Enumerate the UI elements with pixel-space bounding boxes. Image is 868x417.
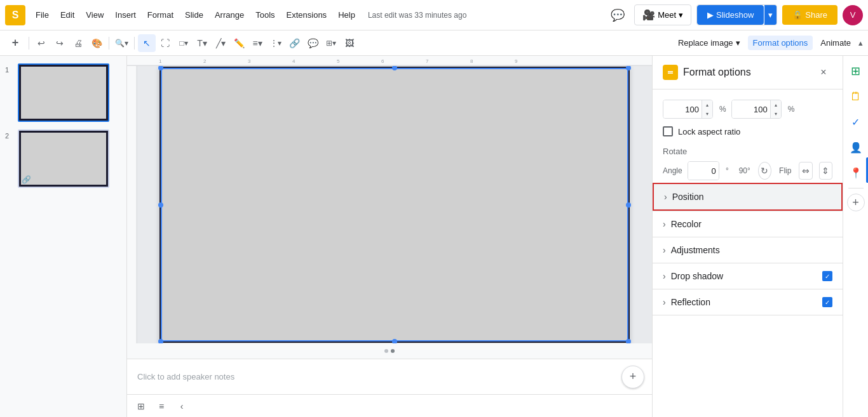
lock-aspect-checkbox[interactable] bbox=[663, 126, 673, 136]
menu-slide[interactable]: Slide bbox=[180, 8, 208, 22]
menu-extensions[interactable]: Extensions bbox=[281, 8, 332, 22]
link-tool[interactable]: 🔗 bbox=[285, 34, 303, 52]
meet-label: Meet bbox=[658, 10, 676, 20]
user-avatar[interactable]: V bbox=[843, 5, 863, 25]
handle-mid-right[interactable] bbox=[626, 202, 631, 208]
shape-tool[interactable]: □▾ bbox=[175, 34, 193, 52]
menu-format[interactable]: Format bbox=[142, 8, 179, 22]
format-options-button[interactable]: Format options bbox=[748, 36, 813, 50]
drop-shadow-checkbox[interactable]: ✓ bbox=[822, 271, 832, 281]
pen-tool[interactable]: ✏️ bbox=[230, 34, 248, 52]
recolor-section: › Recolor bbox=[653, 211, 843, 237]
line-tool[interactable]: ╱▾ bbox=[212, 34, 229, 52]
share-button[interactable]: 🔒 Share bbox=[782, 5, 837, 25]
canvas-wrapper[interactable] bbox=[137, 66, 652, 343]
sidebar-maps-icon[interactable]: 📍 bbox=[846, 162, 866, 183]
comment-icon-btn[interactable]: 💬 bbox=[606, 4, 629, 27]
height-spin-down[interactable]: ▾ bbox=[771, 109, 781, 118]
slide-canvas[interactable] bbox=[159, 67, 630, 343]
width-spin-up[interactable]: ▴ bbox=[702, 100, 712, 109]
menu-view[interactable]: View bbox=[81, 8, 109, 22]
text-tool[interactable]: T▾ bbox=[193, 34, 211, 52]
width-spin-down[interactable]: ▾ bbox=[702, 109, 712, 118]
angle-input[interactable] bbox=[688, 162, 719, 180]
collapse-panel-button[interactable]: ‹ bbox=[173, 397, 191, 415]
drop-shadow-header[interactable]: › Drop shadow ✓ bbox=[653, 263, 843, 289]
notes-add-button[interactable]: + bbox=[621, 366, 644, 388]
handle-mid-left[interactable] bbox=[158, 202, 163, 208]
position-chevron: › bbox=[664, 192, 667, 202]
slide-preview-1[interactable] bbox=[18, 63, 109, 122]
slide-preview-2[interactable]: 🔗 bbox=[18, 129, 109, 188]
move-tool[interactable]: ⛶ bbox=[156, 34, 174, 52]
degree-symbol: ° bbox=[726, 166, 729, 175]
sidebar-tasks-icon[interactable]: ✓ bbox=[846, 112, 866, 132]
comment-tool[interactable]: 💬 bbox=[304, 34, 322, 52]
menu-file[interactable]: File bbox=[31, 8, 54, 22]
add-button[interactable]: + bbox=[5, 34, 25, 52]
sidebar-add-button[interactable]: + bbox=[847, 194, 865, 211]
adjustments-title: Adjustments bbox=[671, 245, 832, 255]
flip-vertical-button[interactable]: ⇕ bbox=[819, 162, 832, 180]
handle-top-right[interactable] bbox=[626, 66, 631, 70]
handle-bot-left[interactable] bbox=[158, 339, 163, 343]
svg-text:4: 4 bbox=[292, 58, 295, 64]
recolor-header[interactable]: › Recolor bbox=[653, 211, 843, 237]
height-input[interactable] bbox=[732, 100, 770, 118]
handle-top-mid[interactable] bbox=[392, 66, 397, 70]
slideshow-button[interactable]: ▶ Slideshow bbox=[697, 5, 764, 25]
reflection-checkbox[interactable]: ✓ bbox=[822, 297, 832, 307]
menu-insert[interactable]: Insert bbox=[110, 8, 141, 22]
toolbar-right: Replace image ▾ Format options Animate ▴ bbox=[673, 36, 863, 50]
reflection-header[interactable]: › Reflection ✓ bbox=[653, 289, 843, 315]
slide-thumbnail-1[interactable]: 1 bbox=[3, 61, 124, 124]
cursor-tool[interactable]: ↖ bbox=[138, 34, 156, 52]
redo-button[interactable]: ↪ bbox=[51, 34, 69, 52]
replace-image-button[interactable]: Replace image ▾ bbox=[673, 36, 745, 50]
flip-horizontal-button[interactable]: ⇔ bbox=[799, 162, 812, 180]
print-button[interactable]: 🖨 bbox=[69, 34, 87, 52]
grid-view-button[interactable]: ⊞ bbox=[132, 397, 150, 415]
menu-help[interactable]: Help bbox=[333, 8, 360, 22]
distribute-tool[interactable]: ⋮▾ bbox=[267, 34, 285, 52]
sidebar-divider bbox=[848, 188, 864, 189]
speaker-notes[interactable]: Click to add speaker notes + bbox=[127, 359, 652, 394]
handle-bot-mid[interactable] bbox=[392, 339, 397, 343]
rotate-cw-button[interactable]: ↻ bbox=[758, 162, 771, 180]
sidebar-contacts-icon[interactable]: 👤 bbox=[846, 137, 866, 157]
menu-arrange[interactable]: Arrange bbox=[210, 8, 249, 22]
slideshow-dropdown[interactable]: ▾ bbox=[764, 5, 776, 25]
align-tool[interactable]: ≡▾ bbox=[248, 34, 266, 52]
main-area: 1 2 🔗 1 2 3 bbox=[0, 56, 868, 417]
svg-text:9: 9 bbox=[515, 58, 518, 64]
handle-top-left[interactable] bbox=[158, 66, 163, 70]
undo-button[interactable]: ↩ bbox=[32, 34, 50, 52]
alt-text-tool[interactable]: 🖼 bbox=[341, 34, 358, 52]
transform-tool[interactable]: ⊞▾ bbox=[322, 34, 340, 52]
position-header[interactable]: › Position bbox=[653, 183, 843, 211]
format-options-panel: Format options × ▴ ▾ % ▴ ▾ bbox=[652, 56, 843, 417]
sidebar-notes-icon[interactable]: 🗒 bbox=[846, 86, 866, 107]
filmstrip-view-button[interactable]: ≡ bbox=[153, 397, 170, 415]
zoom-button[interactable]: 🔍▾ bbox=[112, 34, 131, 52]
sidebar-sheets-icon[interactable]: ⊞ bbox=[846, 61, 866, 81]
toolbar-collapse-btn[interactable]: ▴ bbox=[858, 38, 863, 48]
rotate-section-label: Rotate bbox=[653, 142, 843, 159]
app-logo[interactable]: S bbox=[5, 5, 25, 25]
width-input[interactable] bbox=[663, 100, 702, 118]
format-panel-close-button[interactable]: × bbox=[815, 63, 832, 81]
handle-bot-right[interactable] bbox=[626, 339, 631, 343]
meet-button[interactable]: 🎥 Meet ▾ bbox=[634, 4, 691, 25]
menu-tools[interactable]: Tools bbox=[250, 8, 280, 22]
slide-thumbnail-2[interactable]: 2 🔗 bbox=[3, 127, 124, 190]
slides-panel: 1 2 🔗 bbox=[0, 56, 127, 417]
slideshow-label: Slideshow bbox=[716, 10, 754, 20]
adjustments-header[interactable]: › Adjustments bbox=[653, 237, 843, 263]
format-panel-icon bbox=[663, 65, 678, 80]
height-spin-up[interactable]: ▴ bbox=[771, 100, 781, 109]
animate-button[interactable]: Animate bbox=[815, 36, 856, 50]
svg-text:6: 6 bbox=[381, 58, 384, 64]
menu-edit[interactable]: Edit bbox=[55, 8, 79, 22]
paint-format-button[interactable]: 🎨 bbox=[88, 34, 105, 52]
svg-rect-16 bbox=[667, 69, 674, 76]
